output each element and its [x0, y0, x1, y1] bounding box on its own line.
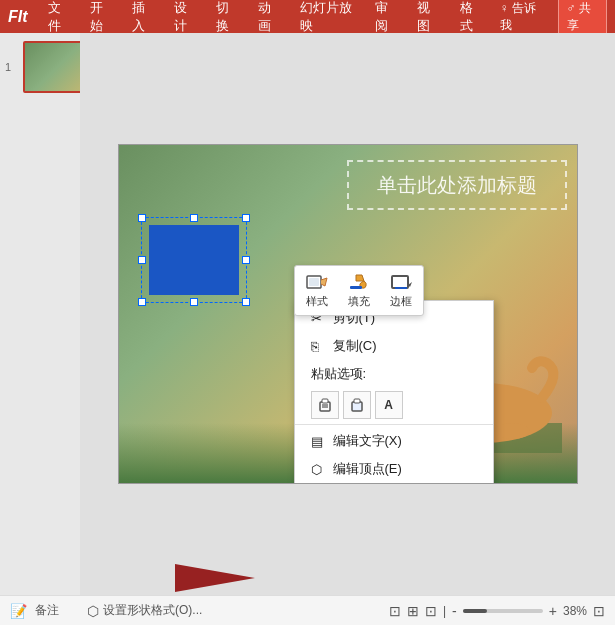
zoom-separator: | — [443, 604, 446, 618]
tab-review[interactable]: 审阅 — [365, 0, 407, 33]
title-bar-right: ♀ 告诉我 ♂ 共享 — [492, 0, 607, 38]
zoom-slider[interactable] — [463, 609, 543, 613]
tab-transitions[interactable]: 切换 — [206, 0, 248, 33]
zoom-slider-fill — [463, 609, 487, 613]
handle-bottom-right[interactable] — [242, 298, 250, 306]
fit-button[interactable]: ⊡ — [593, 603, 605, 619]
tab-slideshow[interactable]: 幻灯片放映 — [290, 0, 365, 33]
paste-btn-3[interactable]: A — [375, 391, 403, 419]
main-area: 1 — [0, 33, 615, 595]
tab-home[interactable]: 开始 — [80, 0, 122, 33]
title-bar: FIt 文件 开始 插入 设计 切换 动画 幻灯片放映 审阅 视图 格式 ♀ 告… — [0, 0, 615, 33]
handle-bottom-left[interactable] — [138, 298, 146, 306]
editing-area: 单击此处添加标题 样式 — [80, 33, 615, 595]
paste-btn-1[interactable] — [311, 391, 339, 419]
handle-top-right[interactable] — [242, 214, 250, 222]
mini-toolbar: 样式 填充 — [294, 265, 424, 316]
slide-number: 1 — [5, 61, 11, 73]
style-icon — [305, 272, 329, 292]
format-shape-label: 设置形状格式(O)... — [103, 602, 202, 619]
svg-rect-13 — [350, 286, 362, 289]
zoom-out-button[interactable]: - — [452, 603, 457, 619]
paste-options: A — [295, 388, 493, 422]
tab-file[interactable]: 文件 — [38, 0, 80, 33]
svg-rect-21 — [354, 399, 360, 403]
tab-animation[interactable]: 动画 — [248, 0, 290, 33]
tell-me-button[interactable]: ♀ 告诉我 — [492, 0, 550, 37]
slide-canvas[interactable]: 单击此处添加标题 样式 — [118, 144, 578, 484]
svg-point-10 — [494, 423, 530, 439]
border-icon — [389, 272, 413, 292]
handle-mid-left[interactable] — [138, 256, 146, 264]
handle-top-mid[interactable] — [190, 214, 198, 222]
tab-design[interactable]: 设计 — [164, 0, 206, 33]
context-menu: ✂ 剪切(T) ⎘ 复制(C) 粘贴选项: — [294, 300, 494, 484]
fill-icon — [347, 272, 371, 292]
notes-label[interactable]: 备注 — [35, 602, 59, 619]
menu-paste-label: 粘贴选项: — [295, 360, 493, 388]
status-right: ⊡ ⊞ ⊡ | - + 38% ⊡ — [389, 603, 605, 619]
menu-edit-vertices[interactable]: ⬡ 编辑顶点(E) — [295, 455, 493, 483]
handle-mid-right[interactable] — [242, 256, 250, 264]
format-shape-icon: ⬡ — [87, 603, 99, 619]
selection-handles — [141, 217, 247, 303]
handle-bottom-mid[interactable] — [190, 298, 198, 306]
fill-tool[interactable]: 填充 — [347, 272, 371, 309]
status-left: 📝 备注 ⬡ 设置形状格式(O)... — [10, 602, 202, 619]
tab-format[interactable]: 格式 — [450, 0, 492, 33]
tab-insert[interactable]: 插入 — [122, 0, 164, 33]
zoom-level[interactable]: 38% — [563, 604, 587, 618]
vertices-icon: ⬡ — [311, 462, 327, 477]
handle-top-left[interactable] — [138, 214, 146, 222]
separator-1 — [295, 424, 493, 425]
view-fit-icon[interactable]: ⊡ — [425, 603, 437, 619]
svg-rect-17 — [322, 399, 328, 403]
edit-text-icon: ▤ — [311, 434, 327, 449]
svg-rect-12 — [309, 278, 319, 286]
menu-copy[interactable]: ⎘ 复制(C) — [295, 332, 493, 360]
view-grid-icon[interactable]: ⊞ — [407, 603, 419, 619]
format-shape-status[interactable]: ⬡ 设置形状格式(O)... — [87, 602, 202, 619]
text-placeholder[interactable]: 单击此处添加标题 — [347, 160, 567, 210]
slide-panel: 1 — [0, 33, 80, 595]
view-normal-icon[interactable]: ⊡ — [389, 603, 401, 619]
style-tool[interactable]: 样式 — [305, 272, 329, 309]
notes-icon: 📝 — [10, 603, 27, 619]
paste-btn-2[interactable] — [343, 391, 371, 419]
copy-icon: ⎘ — [311, 339, 327, 354]
app-logo: FIt — [8, 8, 28, 26]
zoom-in-button[interactable]: + — [549, 603, 557, 619]
tab-view[interactable]: 视图 — [407, 0, 449, 33]
svg-rect-14 — [392, 276, 408, 288]
menu-edit-text[interactable]: ▤ 编辑文字(X) — [295, 427, 493, 455]
border-tool[interactable]: 边框 — [389, 272, 413, 309]
status-bar: 📝 备注 ⬡ 设置形状格式(O)... ⊡ ⊞ ⊡ | - + 38% ⊡ — [0, 595, 615, 625]
share-button[interactable]: ♂ 共享 — [558, 0, 607, 38]
menu-tabs: 文件 开始 插入 设计 切换 动画 幻灯片放映 审阅 视图 格式 — [38, 0, 492, 33]
